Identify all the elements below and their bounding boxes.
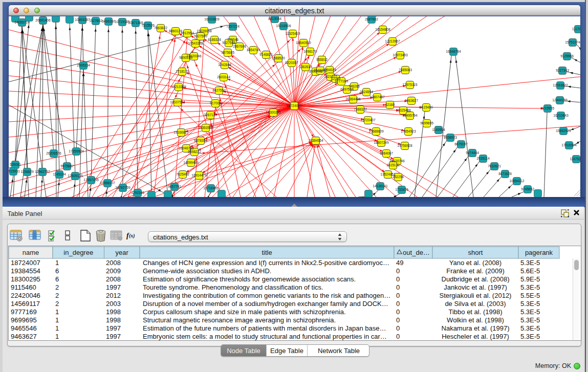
svg-text:0: 0 [396,267,400,275]
svg-text:12444159: 12444159 [552,98,568,102]
svg-text:12213967: 12213967 [385,39,400,43]
svg-text:8471626: 8471626 [498,172,512,176]
svg-text:1156829: 1156829 [20,170,34,173]
svg-text:3915931: 3915931 [9,169,20,173]
svg-text:9327500: 9327500 [194,34,207,38]
svg-text:15716485: 15716485 [203,186,219,190]
svg-text:9975887: 9975887 [60,164,74,168]
svg-text:9084067: 9084067 [380,151,393,155]
svg-text:9463627: 9463627 [405,99,418,102]
svg-text:8813054: 8813054 [268,17,281,20]
svg-text:9327508: 9327508 [222,41,235,45]
svg-text:2: 2 [55,300,59,308]
svg-text:26206576: 26206576 [46,151,61,155]
svg-text:0: 0 [396,333,400,340]
svg-text:18495794: 18495794 [402,114,418,117]
svg-text:5.3E-5: 5.3E-5 [520,324,540,332]
svg-text:6466160: 6466160 [102,19,115,23]
svg-text:3824554: 3824554 [360,90,373,94]
svg-text:Jankovic et al. (1997): Jankovic et al. (1997) [444,283,507,291]
svg-text:1167533: 1167533 [570,157,580,161]
svg-text:7625402: 7625402 [176,172,189,176]
svg-text:1998: 1998 [106,316,121,324]
svg-text:2: 2 [55,283,59,291]
svg-text:name: name [23,249,39,256]
svg-text:1997: 1997 [106,333,121,340]
svg-text:pagerank: pagerank [525,249,553,256]
svg-text:1362615: 1362615 [299,65,312,69]
svg-text:14099489: 14099489 [183,161,199,164]
svg-text:746266: 746266 [349,84,360,88]
svg-text:5.3E-5: 5.3E-5 [520,300,540,308]
svg-text:22420046: 22420046 [11,292,40,299]
svg-text:17957255: 17957255 [83,178,99,182]
svg-text:16046788: 16046788 [179,146,194,150]
svg-text:7485063: 7485063 [399,68,412,72]
svg-text:9465546: 9465546 [11,324,37,332]
svg-text:2905334: 2905334 [77,63,90,67]
svg-text:Hescheler et al. (1997): Hescheler et al. (1997) [442,333,509,340]
svg-text:49: 49 [396,259,403,267]
svg-text:11325419: 11325419 [286,32,300,35]
svg-text:917006: 917006 [210,101,221,105]
svg-text:1997: 1997 [106,324,121,332]
svg-text:12093822: 12093822 [553,83,568,87]
svg-text:10973493: 10973493 [393,53,408,57]
svg-text:Tourette syndrome. Phenomenolo: Tourette syndrome. Phenomenology and cla… [143,283,323,291]
svg-text:2008: 2008 [106,275,121,283]
svg-text:8878354: 8878354 [194,139,207,142]
svg-text:17654923: 17654923 [401,129,416,133]
svg-text:9227343: 9227343 [556,69,569,72]
svg-text:Investigating the contribution: Investigating the contribution of common… [143,292,390,299]
svg-text:15692971: 15692971 [556,129,571,133]
svg-text:title: title [262,249,272,256]
svg-text:2867608: 2867608 [233,45,246,48]
svg-text:19384554: 19384554 [11,267,40,275]
svg-text:7632621: 7632621 [488,164,501,168]
svg-text:10025488: 10025488 [396,108,411,112]
svg-text:5.3E-5: 5.3E-5 [520,308,540,316]
svg-text:7357224: 7357224 [226,25,239,28]
svg-text:Stergiakouli et al. (2012): Stergiakouli et al. (2012) [440,292,512,299]
svg-text:5.3E-5: 5.3E-5 [520,333,540,340]
svg-text:Corpus callosum shape and size: Corpus callosum shape and size in male p… [143,308,346,316]
svg-text:10543382: 10543382 [188,41,203,45]
svg-text:1117041: 1117041 [572,27,580,31]
svg-text:18300295: 18300295 [266,111,281,114]
svg-text:0: 0 [396,275,400,283]
svg-text:0: 0 [396,308,400,316]
svg-text:2003: 2003 [106,300,121,308]
svg-text:5.9E-5: 5.9E-5 [520,275,540,283]
svg-text:9777169: 9777169 [11,308,37,316]
svg-text:8454749: 8454749 [247,48,260,52]
svg-text:Estimation of significance thr: Estimation of significance thresholds fo… [143,275,356,283]
svg-text:9146821: 9146821 [259,53,273,56]
svg-text:15226058: 15226058 [197,29,212,33]
svg-text:62160: 62160 [385,103,395,106]
svg-text:Changes of HCN gene expression: Changes of HCN gene expression and I(f) … [143,259,389,267]
svg-text:15751074: 15751074 [565,40,580,44]
svg-text:1: 1 [55,324,59,332]
svg-text:2012: 2012 [106,292,121,299]
svg-text:15720407: 15720407 [360,118,376,122]
svg-text:9463627: 9463627 [11,333,37,340]
svg-text:16648784: 16648784 [446,50,461,53]
svg-text:1733426: 1733426 [395,188,408,191]
svg-text:14055714: 14055714 [14,20,30,24]
svg-text:5.3E-5: 5.3E-5 [520,283,540,291]
svg-text:1: 1 [55,308,59,316]
svg-text:19166827: 19166827 [173,130,189,134]
svg-text:Embryonic stem cells: a model: Embryonic stem cells: a model to study s… [143,333,387,340]
svg-text:Disruption of a novel member o: Disruption of a novel member of a sodium… [143,300,388,308]
svg-text:1145194: 1145194 [53,172,66,176]
svg-text:16914479: 16914479 [191,173,207,177]
svg-text:out_de…: out_de… [403,249,430,256]
svg-text:7663822: 7663822 [154,26,167,30]
svg-text:10654112: 10654112 [510,179,525,183]
svg-text:5.3E-5: 5.3E-5 [520,316,540,324]
svg-text:17359924: 17359924 [69,149,84,153]
svg-text:Estimation of the future numbe: Estimation of the future numbers of pati… [143,324,386,332]
svg-text:2603144: 2603144 [217,75,230,79]
svg-text:9115460: 9115460 [420,105,433,109]
svg-text:14569117: 14569117 [11,300,40,308]
